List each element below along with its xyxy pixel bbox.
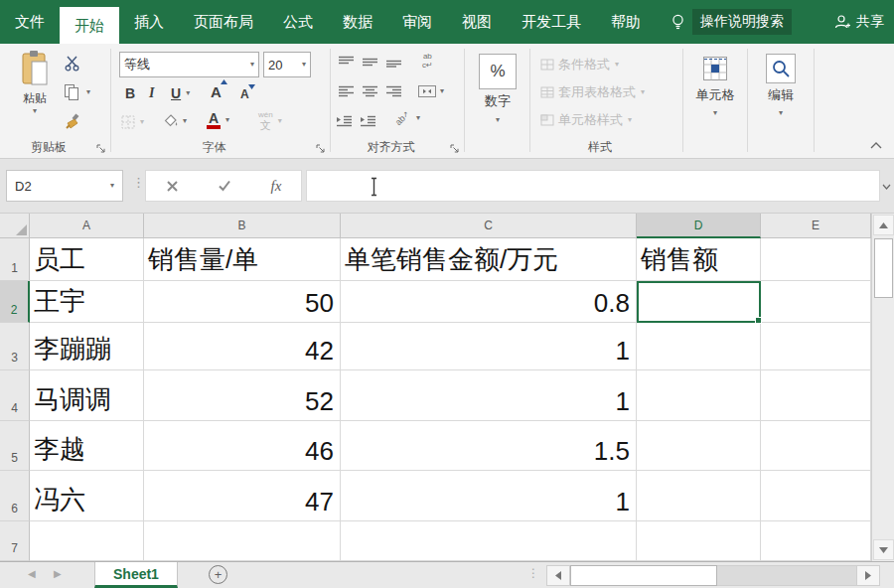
increase-indent-button[interactable]: [361, 115, 375, 127]
column-header-d[interactable]: D: [637, 214, 761, 238]
phonetic-button[interactable]: wén 文 ▾: [258, 111, 282, 131]
conditional-formatting-button[interactable]: 条件格式 ▾: [540, 56, 619, 74]
align-center-button[interactable]: [363, 85, 377, 97]
cell-a7[interactable]: [30, 521, 144, 561]
column-header-e[interactable]: E: [761, 214, 871, 238]
bold-button[interactable]: B: [125, 85, 135, 101]
tab-insert[interactable]: 插入: [119, 0, 179, 44]
tab-help[interactable]: 帮助: [596, 0, 656, 44]
row-header-3[interactable]: 3: [0, 323, 30, 370]
scroll-left-button[interactable]: [546, 565, 570, 586]
cell-d2-selected[interactable]: [637, 281, 761, 323]
horizontal-scroll-thumb[interactable]: [570, 565, 717, 586]
cell-d1[interactable]: 销售额: [637, 238, 761, 281]
horizontal-scroll-track[interactable]: [717, 565, 856, 586]
formula-bar-expand-icon[interactable]: [880, 181, 892, 193]
cell-a6[interactable]: 冯六: [30, 471, 144, 521]
italic-button[interactable]: I: [149, 85, 154, 101]
cell-a4[interactable]: 马调调: [30, 370, 144, 421]
cell-c3[interactable]: 1: [341, 323, 637, 370]
align-bottom-button[interactable]: [386, 56, 401, 68]
cell-c2[interactable]: 0.8: [341, 281, 637, 323]
sheet-tab-sheet1[interactable]: Sheet1: [94, 562, 178, 588]
scroll-up-button[interactable]: [873, 215, 894, 235]
sheet-bar-gripper[interactable]: ⋮: [527, 566, 539, 580]
cell-b7[interactable]: [144, 521, 341, 561]
shrink-font-button[interactable]: A: [240, 87, 249, 101]
cancel-icon[interactable]: [166, 180, 179, 193]
cell-b5[interactable]: 46: [144, 421, 341, 471]
sheet-nav-right-icon[interactable]: ▶: [54, 568, 62, 579]
column-header-c[interactable]: C: [341, 214, 637, 238]
insert-function-icon[interactable]: fx: [270, 178, 281, 195]
select-all-corner[interactable]: [0, 214, 30, 238]
cell-c7[interactable]: [341, 521, 637, 561]
cell-e6[interactable]: [761, 471, 871, 521]
column-header-b[interactable]: B: [144, 214, 341, 238]
alignment-dialog-launcher[interactable]: [449, 143, 461, 155]
borders-button[interactable]: ▾: [121, 115, 144, 129]
font-size-combo[interactable]: 20 ▾: [263, 52, 311, 77]
tab-data[interactable]: 数据: [328, 0, 387, 44]
sheet-nav-left-icon[interactable]: ◀: [28, 568, 36, 579]
collapse-ribbon-button[interactable]: [870, 141, 882, 149]
enter-icon[interactable]: [218, 180, 231, 192]
align-right-button[interactable]: [386, 85, 401, 97]
horizontal-scrollbar[interactable]: [546, 565, 880, 586]
decrease-indent-button[interactable]: [337, 115, 352, 127]
cell-a1[interactable]: 员工: [30, 238, 144, 281]
row-header-4[interactable]: 4: [0, 370, 30, 421]
wrap-text-button[interactable]: ab c↵: [422, 52, 433, 70]
row-header-7[interactable]: 7: [0, 521, 30, 561]
format-painter-button[interactable]: [64, 113, 81, 131]
fill-handle[interactable]: [755, 317, 762, 324]
cell-c6[interactable]: 1: [341, 471, 637, 521]
cell-e7[interactable]: [761, 521, 871, 561]
copy-button[interactable]: ▾: [64, 83, 90, 100]
row-header-6[interactable]: 6: [0, 471, 30, 521]
tab-developer[interactable]: 开发工具: [507, 0, 596, 44]
cell-c1[interactable]: 单笔销售金额/万元: [341, 238, 637, 281]
cell-d5[interactable]: [637, 421, 761, 471]
cell-a2[interactable]: 王宇: [30, 281, 144, 323]
paste-button[interactable]: 粘贴 ▾: [10, 50, 60, 115]
merge-center-button[interactable]: ▾: [418, 85, 444, 97]
cell-a3[interactable]: 李蹦蹦: [30, 323, 144, 370]
tab-home[interactable]: 开始: [60, 7, 119, 44]
clipboard-dialog-launcher[interactable]: [95, 143, 107, 155]
cells-button[interactable]: 单元格 ▾: [689, 54, 741, 117]
cell-d3[interactable]: [637, 323, 761, 370]
align-left-button[interactable]: [339, 85, 354, 97]
tab-view[interactable]: 视图: [447, 0, 507, 44]
font-name-combo[interactable]: 等线 ▾: [119, 52, 259, 77]
underline-button[interactable]: U ▾: [171, 85, 190, 101]
formula-bar-gripper[interactable]: ⋮: [132, 175, 145, 190]
cut-button[interactable]: [64, 55, 80, 72]
cell-b2[interactable]: 50: [144, 281, 341, 323]
cell-d6[interactable]: [637, 471, 761, 521]
scroll-down-button[interactable]: [873, 539, 894, 560]
grow-font-button[interactable]: A: [211, 83, 222, 100]
add-sheet-button[interactable]: +: [209, 565, 227, 584]
cell-c4[interactable]: 1: [341, 370, 637, 421]
cell-c5[interactable]: 1.5: [341, 421, 637, 471]
row-header-5[interactable]: 5: [0, 421, 30, 471]
row-header-1[interactable]: 1: [0, 238, 30, 281]
cell-d7[interactable]: [637, 521, 761, 561]
share-button[interactable]: 共享: [833, 0, 884, 44]
column-header-a[interactable]: A: [30, 214, 144, 238]
cell-e4[interactable]: [761, 370, 871, 421]
cell-b3[interactable]: 42: [144, 323, 341, 370]
row-header-2[interactable]: 2: [0, 281, 30, 323]
cell-e2[interactable]: [761, 281, 871, 323]
fill-color-button[interactable]: ▾: [163, 113, 187, 129]
cell-d4[interactable]: [637, 370, 761, 421]
editing-button[interactable]: 编辑 ▾: [756, 54, 806, 117]
cell-e1[interactable]: [761, 238, 871, 281]
cell-e5[interactable]: [761, 421, 871, 471]
scroll-right-button[interactable]: [856, 565, 880, 586]
font-color-button[interactable]: A ▾: [207, 111, 229, 129]
align-middle-button[interactable]: [363, 56, 377, 68]
number-format-button[interactable]: % 数字 ▾: [478, 54, 518, 124]
cell-a5[interactable]: 李越: [30, 421, 144, 471]
